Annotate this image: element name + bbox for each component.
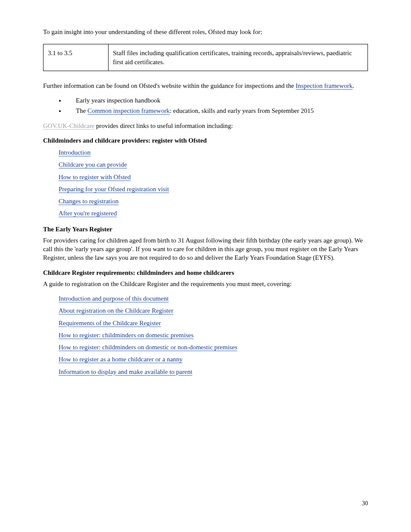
section-childcare-register-body: A guide to registration on the Childcare… — [43, 280, 368, 288]
inspection-framework-link[interactable]: Inspection framework — [296, 82, 352, 89]
ccr-link-information-display[interactable]: Information to display and make availabl… — [59, 368, 192, 375]
ofsted-link-after-registered[interactable]: After you're registered — [59, 210, 117, 217]
ofsted-link-childcare-provide[interactable]: Childcare you can provide — [59, 161, 127, 168]
ccr-link-register-domestic[interactable]: How to register: childminders on domesti… — [59, 332, 193, 339]
section-early-years-register-head: The Early Years Register — [43, 225, 368, 233]
section-childcare-register-requirements: Childcare Register requirements: childmi… — [43, 268, 368, 376]
ccr-link-requirements[interactable]: Requirements of the Childcare Register — [59, 320, 161, 327]
evidence-table: 3.1 to 3.5 Staff files including qualifi… — [43, 44, 368, 71]
lead-paragraph: To gain insight into your understanding … — [43, 28, 368, 36]
ccr-link-register-domestic-nondomestic[interactable]: How to register: childminders on domesti… — [59, 344, 237, 351]
ccr-link-register-home-childcarer[interactable]: How to register as a home childcarer or … — [59, 356, 183, 363]
table-cell-range: 3.1 to 3.5 — [44, 44, 109, 71]
ccr-link-introduction[interactable]: Introduction and purpose of this documen… — [59, 295, 168, 302]
bullet-2-pre: The — [76, 107, 87, 114]
table-cell-desc: Staff files including qualification cert… — [109, 44, 368, 71]
govuk-paragraph-tail: provides direct links to useful informat… — [94, 122, 233, 129]
govuk-paragraph: GOV.UK-Childcare provides direct links t… — [43, 121, 368, 130]
section-register-ofsted-links: Introduction Childcare you can provide H… — [43, 148, 368, 218]
common-inspection-framework-link[interactable]: Common inspection framework — [87, 107, 170, 114]
section-early-years-register: The Early Years Register For providers c… — [43, 225, 368, 262]
ccr-link-about-registration[interactable]: About registration on the Childcare Regi… — [59, 307, 173, 314]
section-childcare-register-links: Introduction and purpose of this documen… — [43, 294, 368, 376]
ofsted-link-changes-registration[interactable]: Changes to registration — [59, 198, 118, 205]
brief-paragraph-1: Further information can be found on Ofst… — [43, 81, 368, 90]
govuk-childcare-link[interactable]: GOV.UK-Childcare — [43, 122, 94, 129]
section-childcare-register-head: Childcare Register requirements: childmi… — [43, 268, 368, 277]
ofsted-link-preparing-visit[interactable]: Preparing for your Ofsted registration v… — [59, 186, 169, 193]
section-register-ofsted: Childminders and childcare providers: re… — [43, 136, 368, 218]
page-number: 30 — [362, 500, 368, 508]
page-root: To gain insight into your understanding … — [0, 0, 411, 532]
brief-paragraph-1-text: Further information can be found on Ofst… — [43, 82, 294, 89]
section-register-ofsted-head: Childminders and childcare providers: re… — [43, 136, 368, 145]
bullet-common-framework: The Common inspection framework: educati… — [65, 106, 368, 115]
bullet-inspection-handbook: Early years inspection handbook — [65, 96, 368, 105]
section-early-years-register-body: For providers caring for children aged f… — [43, 236, 368, 262]
ofsted-link-how-register[interactable]: How to register with Ofsted — [59, 174, 131, 180]
brief-paragraph-1-tail: . — [352, 82, 354, 89]
bullet-2-post: : education, skills and early years from… — [170, 107, 314, 114]
ofsted-link-introduction[interactable]: Introduction — [59, 149, 90, 156]
framework-bullet-list: Early years inspection handbook The Comm… — [43, 96, 368, 115]
